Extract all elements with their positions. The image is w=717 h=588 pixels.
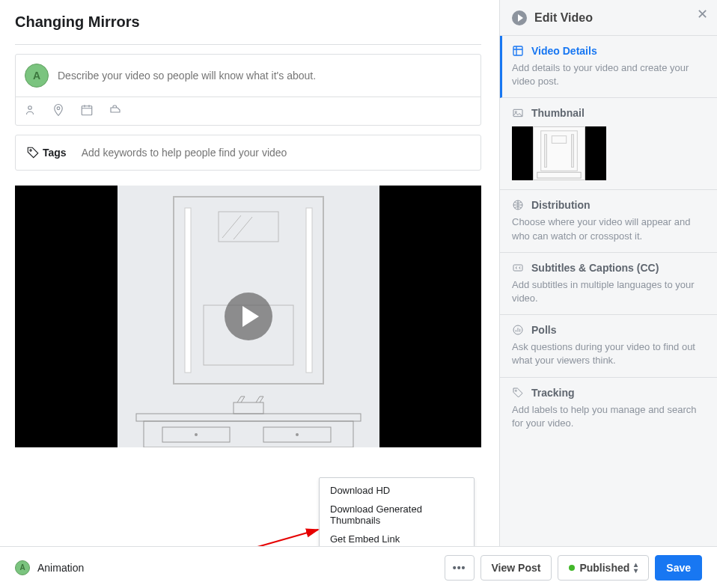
svg-rect-27 (513, 265, 522, 271)
svg-point-15 (195, 433, 198, 436)
status-dot-icon (569, 565, 575, 571)
svg-point-16 (296, 433, 299, 436)
svg-rect-22 (545, 135, 547, 168)
calendar-icon[interactable] (80, 103, 94, 119)
svg-rect-25 (537, 173, 581, 179)
footer-page-name: Animation (37, 562, 84, 574)
svg-rect-12 (144, 421, 353, 447)
svg-rect-24 (552, 136, 566, 144)
play-button[interactable] (225, 293, 272, 340)
section-desc: Add labels to help you manage and search… (512, 403, 705, 430)
svg-rect-4 (174, 197, 323, 384)
svg-point-1 (57, 107, 60, 110)
poll-icon (512, 324, 524, 336)
svg-rect-6 (306, 208, 312, 373)
svg-rect-23 (572, 135, 574, 168)
view-post-button[interactable]: View Post (480, 555, 552, 581)
section-desc: Add subtitles in multiple languages to y… (512, 278, 705, 305)
tags-label: Tags (26, 146, 67, 159)
section-polls[interactable]: Polls Ask questions during your video to… (500, 315, 717, 377)
svg-rect-17 (234, 402, 263, 414)
panel-title: Edit Video (534, 11, 593, 25)
svg-line-9 (234, 217, 252, 239)
footer-avatar: A (15, 560, 30, 575)
thumb-illustration (534, 127, 585, 180)
description-input[interactable] (58, 70, 472, 82)
svg-point-3 (30, 150, 31, 151)
more-options-button[interactable]: ••• (445, 555, 475, 581)
video-preview[interactable] (15, 186, 481, 447)
menu-download-hd[interactable]: Download HD (320, 481, 474, 500)
page-title: Changing Mirrors (15, 13, 481, 31)
close-icon[interactable]: ✕ (697, 6, 708, 22)
tag-people-icon[interactable] (23, 103, 37, 119)
svg-point-0 (28, 106, 32, 110)
section-distribution[interactable]: Distribution Choose where your video wil… (500, 190, 717, 252)
section-tracking[interactable]: Tracking Add labels to help you manage a… (500, 378, 717, 439)
save-button[interactable]: Save (655, 555, 702, 581)
branded-content-icon[interactable] (109, 103, 122, 119)
svg-rect-11 (136, 414, 361, 421)
avatar: A (25, 64, 49, 88)
description-card: A (15, 54, 481, 126)
menu-download-thumbnails[interactable]: Download Generated Thumbnails (320, 500, 474, 530)
right-panel: Edit Video ✕ Video Details Add details t… (499, 0, 717, 588)
sort-arrows-icon: ▴▾ (634, 562, 638, 574)
image-icon (512, 107, 524, 119)
svg-rect-7 (219, 212, 278, 242)
tag-icon (26, 146, 40, 159)
section-thumbnail[interactable]: Thumbnail (500, 98, 717, 190)
published-dropdown[interactable]: Published ▴▾ (558, 555, 649, 581)
svg-point-29 (515, 390, 516, 391)
play-circle-icon (512, 10, 527, 25)
svg-line-8 (222, 215, 241, 238)
section-video-details[interactable]: Video Details Add details to your video … (500, 36, 717, 98)
location-icon[interactable] (52, 103, 65, 119)
details-icon (512, 45, 524, 57)
svg-rect-5 (185, 208, 191, 373)
section-subtitles[interactable]: Subtitles & Captions (CC) Add subtitles … (500, 253, 717, 315)
distribution-icon (512, 199, 524, 211)
cc-icon (512, 262, 524, 274)
tracking-tag-icon (512, 387, 524, 399)
tags-input[interactable] (82, 147, 470, 159)
svg-rect-2 (82, 106, 92, 115)
thumbnail-preview[interactable] (512, 126, 606, 180)
divider (15, 44, 481, 45)
footer: A Animation ••• View Post Published ▴▾ S… (0, 546, 717, 588)
section-desc: Add details to your video and create you… (512, 61, 705, 88)
section-desc: Choose where your video will appear and … (512, 215, 705, 242)
svg-rect-18 (513, 46, 522, 55)
tags-card: Tags (15, 135, 481, 171)
section-desc: Ask questions during your video to find … (512, 340, 705, 367)
